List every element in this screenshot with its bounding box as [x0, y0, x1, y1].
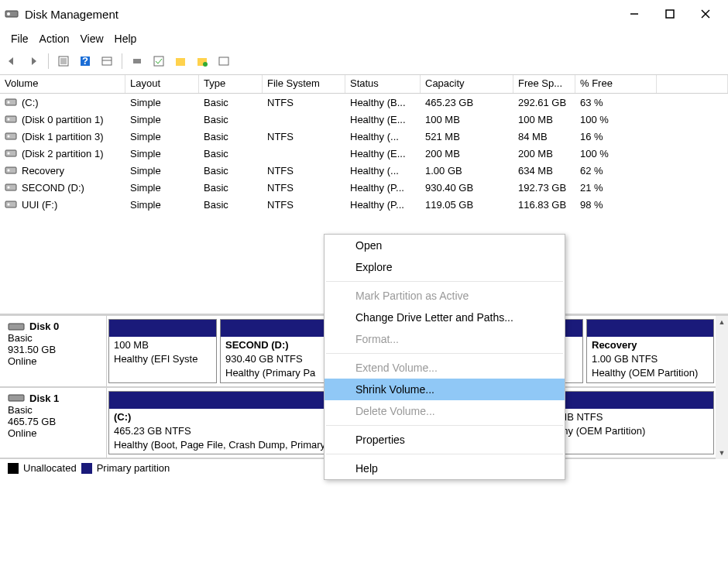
- table-row[interactable]: SECOND (D:)SimpleBasicNTFSHealthy (P...9…: [0, 179, 728, 196]
- svg-rect-17: [219, 57, 228, 65]
- check-icon[interactable]: [150, 53, 167, 70]
- table-row[interactable]: (C:)SimpleBasicNTFSHealthy (B...465.23 G…: [0, 94, 728, 111]
- col-pct[interactable]: % Free: [575, 75, 657, 93]
- menu-item-change-letter[interactable]: Change Drive Letter and Paths...: [325, 307, 565, 328]
- cell-capacity: 119.05 GB: [421, 198, 513, 211]
- table-header: Volume Layout Type File System Status Ca…: [0, 75, 728, 94]
- cell-type: Basic: [199, 113, 263, 126]
- col-status[interactable]: Status: [345, 75, 421, 93]
- cell-fs: [263, 118, 345, 120]
- col-free[interactable]: Free Sp...: [513, 75, 575, 93]
- menu-item-mark-active: Mark Partition as Active: [325, 285, 565, 307]
- table-body: (C:)SimpleBasicNTFSHealthy (B...465.23 G…: [0, 94, 728, 213]
- partition[interactable]: 100 MB Healthy (EFI Syste: [108, 319, 217, 383]
- toolbar-separator: [48, 53, 49, 69]
- back-button[interactable]: [3, 53, 20, 70]
- svg-rect-22: [5, 133, 16, 139]
- toolbar-separator: [122, 53, 122, 69]
- volume-name: (C:): [22, 97, 39, 108]
- cell-type: Basic: [199, 198, 263, 211]
- cell-fs: [263, 153, 345, 154]
- col-layout[interactable]: Layout: [125, 75, 199, 93]
- disk-status: Online: [8, 355, 98, 367]
- table-row[interactable]: RecoverySimpleBasicNTFSHealthy (...1.00 …: [0, 162, 728, 179]
- menu-view[interactable]: View: [75, 31, 108, 46]
- menu-item-format: Format...: [325, 328, 565, 350]
- col-capacity[interactable]: Capacity: [421, 75, 513, 93]
- cell-status: Healthy (...: [345, 164, 421, 177]
- volume-name: SECOND (D:): [22, 182, 84, 194]
- cell-pct: 21 %: [575, 181, 657, 194]
- table-row[interactable]: UUI (F:)SimpleBasicNTFSHealthy (P...119.…: [0, 196, 728, 213]
- menu-item-shrink[interactable]: Shrink Volume...: [325, 379, 565, 400]
- window-icon[interactable]: [215, 53, 232, 70]
- vertical-scrollbar[interactable]: ▲ ▼: [716, 316, 728, 459]
- col-fs[interactable]: File System: [263, 75, 345, 93]
- close-button[interactable]: [688, 0, 723, 28]
- cell-status: Healthy (P...: [345, 198, 421, 211]
- col-volume[interactable]: Volume: [0, 75, 125, 93]
- volume-name: UUI (F:): [22, 199, 57, 211]
- disk-info[interactable]: Disk 0 Basic 931.50 GB Online: [0, 316, 107, 386]
- cell-layout: Simple: [125, 96, 199, 109]
- disk-info[interactable]: Disk 1 Basic 465.75 GB Online: [0, 388, 107, 458]
- menu-item-properties[interactable]: Properties: [325, 429, 565, 451]
- forward-button[interactable]: [25, 53, 42, 70]
- minimize-button[interactable]: [616, 0, 652, 28]
- svg-rect-20: [5, 116, 16, 122]
- disk-status: Online: [8, 427, 98, 439]
- volume-icon: [5, 115, 17, 123]
- partition[interactable]: Recovery 1.00 GB NTFS Healthy (OEM Parti…: [586, 319, 714, 383]
- list-icon[interactable]: [98, 53, 115, 70]
- cell-pct: 98 %: [575, 198, 657, 211]
- legend-swatch-unallocated: [8, 463, 19, 474]
- menu-help[interactable]: Help: [110, 31, 142, 46]
- menu-file[interactable]: File: [6, 31, 33, 46]
- folder-plus-icon[interactable]: [194, 53, 211, 70]
- folder-icon[interactable]: [172, 53, 189, 70]
- partition-size: 100 MB: [114, 338, 211, 352]
- svg-point-21: [8, 118, 10, 121]
- maximize-button[interactable]: [652, 0, 688, 28]
- cell-free: 100 MB: [513, 113, 575, 126]
- svg-point-1: [7, 12, 10, 15]
- disk-icon: [8, 322, 25, 331]
- table-row[interactable]: (Disk 2 partition 1)SimpleBasicHealthy (…: [0, 145, 728, 162]
- legend-swatch-primary: [81, 463, 92, 474]
- svg-rect-3: [666, 10, 674, 18]
- legend-unallocated: Unallocated: [23, 462, 77, 474]
- partition-size: 1.00 GB NTFS: [592, 352, 709, 366]
- menu-item-open[interactable]: Open: [325, 235, 565, 256]
- partition-bar: [109, 320, 216, 337]
- svg-point-31: [8, 204, 10, 206]
- settings-icon[interactable]: [129, 53, 146, 70]
- cell-type: Basic: [199, 130, 263, 143]
- menu-item-explore[interactable]: Explore: [325, 256, 565, 278]
- col-type[interactable]: Type: [199, 75, 263, 93]
- menu-action[interactable]: Action: [35, 31, 74, 46]
- svg-rect-26: [5, 167, 16, 173]
- disk-size: 465.75 GB: [8, 416, 98, 427]
- menu-item-help[interactable]: Help: [325, 458, 565, 479]
- svg-point-25: [8, 153, 10, 155]
- disk-icon: [8, 393, 25, 403]
- svg-text:?: ?: [82, 55, 88, 67]
- scroll-up-icon[interactable]: ▲: [716, 316, 728, 328]
- scroll-down-icon[interactable]: ▼: [716, 447, 728, 459]
- cell-free: 634 MB: [513, 164, 575, 177]
- cell-free: 192.73 GB: [513, 181, 575, 194]
- table-row[interactable]: (Disk 1 partition 3)SimpleBasicNTFSHealt…: [0, 128, 728, 145]
- table-row[interactable]: (Disk 0 partition 1)SimpleBasicHealthy (…: [0, 111, 728, 128]
- col-tail: [657, 75, 728, 93]
- refresh-icon[interactable]: [55, 53, 72, 70]
- volume-icon: [5, 166, 17, 174]
- volume-name: (Disk 1 partition 3): [22, 131, 103, 142]
- disk-name: Disk 1: [29, 393, 59, 404]
- volume-icon: [5, 149, 17, 157]
- help-icon[interactable]: ?: [77, 53, 94, 70]
- cell-type: Basic: [199, 147, 263, 160]
- svg-rect-7: [60, 58, 67, 64]
- svg-rect-12: [133, 59, 141, 63]
- cell-free: 116.83 GB: [513, 198, 575, 211]
- toolbar: ?: [0, 51, 728, 74]
